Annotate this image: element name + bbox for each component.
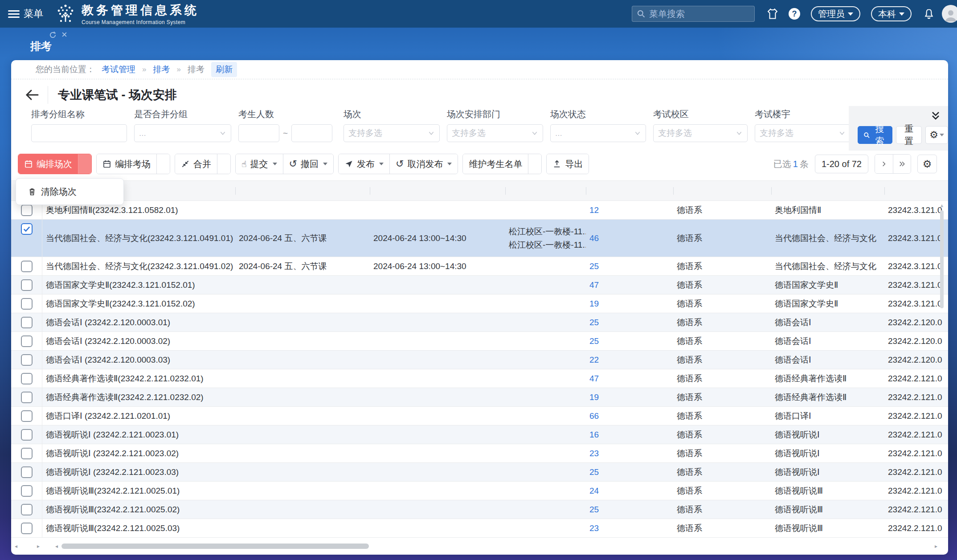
table-row-2[interactable]: 当代德国社会、经济与文化(23242.3.121.0491.01)2024-06… xyxy=(11,220,948,257)
breadcrumb-refresh-button[interactable]: 刷新 xyxy=(211,62,237,77)
row-checkbox[interactable] xyxy=(21,392,33,403)
filter-select[interactable]: 支持多选 xyxy=(653,124,748,142)
split-dropdown-button[interactable] xyxy=(528,154,541,174)
table-row-7[interactable]: 德语会话Ⅰ (23242.2.120.0003.02)25德语系德语会话Ⅰ232… xyxy=(11,332,948,351)
row-checkbox[interactable] xyxy=(21,354,33,366)
row-checkbox[interactable] xyxy=(21,429,33,441)
row-checkbox[interactable] xyxy=(21,448,33,459)
row-checkbox[interactable] xyxy=(21,279,33,291)
candidate-count-link[interactable]: 25 xyxy=(589,318,670,327)
tab-refresh-icon[interactable] xyxy=(49,31,57,39)
breadcrumb-link-exam-mgmt[interactable]: 考试管理 xyxy=(102,64,135,75)
hamburger-menu-icon[interactable] xyxy=(8,8,20,20)
candidate-count-link[interactable]: 25 xyxy=(589,262,670,271)
filter-select[interactable]: 支持多选 xyxy=(755,124,851,142)
tab-close-icon[interactable] xyxy=(61,31,68,39)
reset-button[interactable]: 重置 xyxy=(896,126,922,144)
table-row-4[interactable]: 德语国家文学史Ⅱ(23242.3.121.0152.01)47德语系德语国家文学… xyxy=(11,276,948,294)
filter-select[interactable]: ... xyxy=(550,124,646,142)
toolbar-button-2-0[interactable]: 合并 xyxy=(175,154,217,174)
filter-range-max-input[interactable] xyxy=(291,124,332,142)
candidate-count-link[interactable]: 23 xyxy=(589,523,670,533)
candidate-count-link[interactable]: 23 xyxy=(589,449,670,458)
filter-select[interactable]: ... xyxy=(134,124,231,142)
help-icon[interactable]: ? xyxy=(789,8,800,20)
next-page-button[interactable] xyxy=(875,155,893,173)
table-row-13[interactable]: 德语视听说Ⅰ (23242.2.121.0023.02)23德语系德语视听说Ⅰ2… xyxy=(11,444,948,463)
candidate-count-link[interactable]: 46 xyxy=(589,233,670,243)
toolbar-button-3-0[interactable]: ☝提交 xyxy=(236,154,283,174)
split-dropdown-button[interactable] xyxy=(156,154,170,174)
candidate-count-link[interactable]: 25 xyxy=(589,505,670,515)
candidate-count-link[interactable]: 16 xyxy=(589,430,670,440)
toolbar-button-4-1[interactable]: ↺取消发布 xyxy=(389,154,458,174)
notification-bell-icon[interactable] xyxy=(923,8,935,20)
candidate-count-link[interactable]: 25 xyxy=(589,336,670,346)
table-settings-button[interactable]: ⚙ xyxy=(917,155,937,173)
candidate-count-link[interactable]: 66 xyxy=(589,411,670,421)
row-checkbox[interactable] xyxy=(21,410,33,422)
theme-shirt-icon[interactable] xyxy=(766,8,779,20)
table-row-8[interactable]: 德语会话Ⅰ (23242.2.120.0003.03)22德语系德语会话Ⅰ232… xyxy=(11,351,948,369)
vertical-scrollbar-thumb[interactable] xyxy=(940,210,944,308)
table-row-11[interactable]: 德语口译Ⅰ (23242.2.121.0201.01)66德语系德语口译Ⅰ232… xyxy=(11,407,948,425)
table-row-3[interactable]: 当代德国社会、经济与文化(23242.3.121.0491.02)2024-06… xyxy=(11,257,948,276)
toolbar-button-6-0[interactable]: 导出 xyxy=(547,154,589,174)
table-row-1[interactable]: 奥地利国情Ⅱ(23242.3.121.0582.01)12德语系奥地利国情Ⅱ23… xyxy=(11,201,948,220)
collapse-filters-icon[interactable] xyxy=(930,110,941,121)
toolbar-button-3-1[interactable]: ↺撤回 xyxy=(283,154,333,174)
row-checkbox[interactable] xyxy=(21,223,33,235)
candidate-count-link[interactable]: 24 xyxy=(589,486,670,496)
table-row-10[interactable]: 德语经典著作选读Ⅱ(23242.2.121.0232.02)19德语系德语经典著… xyxy=(11,388,948,407)
frozen-column-scrollbar[interactable]: ◂▸ xyxy=(15,543,40,549)
row-checkbox[interactable] xyxy=(21,504,33,515)
candidate-count-link[interactable]: 47 xyxy=(589,280,670,290)
row-checkbox[interactable] xyxy=(21,298,33,310)
menu-item-clear-session[interactable]: 清除场次 xyxy=(16,181,123,202)
table-row-15[interactable]: 德语视听说Ⅲ(23242.2.121.0025.01)24德语系德语视听说Ⅲ23… xyxy=(11,482,948,500)
filter-select[interactable]: 支持多选 xyxy=(344,124,440,142)
candidate-count-link[interactable]: 12 xyxy=(589,205,670,215)
horizontal-scrollbar[interactable]: ◂ ▸ xyxy=(53,543,939,549)
table-row-14[interactable]: 德语视听说Ⅰ (23242.2.121.0023.03)25德语系德语视听说Ⅰ2… xyxy=(11,463,948,482)
menu-search-input[interactable]: 菜单搜索 xyxy=(632,6,755,22)
split-dropdown-button[interactable] xyxy=(217,154,230,174)
back-arrow-icon[interactable] xyxy=(25,88,40,102)
tab-paikao[interactable]: 排考 xyxy=(30,39,52,53)
vertical-scrollbar[interactable]: ▲ xyxy=(939,203,945,540)
role-selector[interactable]: 管理员 xyxy=(811,6,860,21)
search-button[interactable]: 搜索 xyxy=(858,126,892,144)
row-checkbox[interactable] xyxy=(21,261,33,272)
split-dropdown-button[interactable] xyxy=(78,154,91,174)
candidate-count-link[interactable]: 25 xyxy=(589,467,670,477)
candidate-count-link[interactable]: 19 xyxy=(589,299,670,309)
toolbar-button-5-0[interactable]: 维护考生名单 xyxy=(463,154,528,174)
row-checkbox[interactable] xyxy=(21,373,33,384)
toolbar-button-0-0[interactable]: 编排场次 xyxy=(18,154,78,174)
row-checkbox[interactable] xyxy=(21,485,33,497)
row-checkbox[interactable] xyxy=(21,204,33,216)
filter-input[interactable] xyxy=(31,124,127,142)
filter-settings-button[interactable]: ⚙ xyxy=(925,126,948,144)
row-checkbox[interactable] xyxy=(21,335,33,347)
pagination-range[interactable]: 1-20 of 72 xyxy=(815,155,868,173)
candidate-count-link[interactable]: 22 xyxy=(589,355,670,365)
user-avatar[interactable] xyxy=(942,5,957,23)
horizontal-scrollbar-thumb[interactable] xyxy=(61,544,369,549)
last-page-button[interactable] xyxy=(893,155,911,173)
toolbar-button-1-0[interactable]: 编排考场 xyxy=(97,154,156,174)
table-row-5[interactable]: 德语国家文学史Ⅱ(23242.3.121.0152.02)19德语系德语国家文学… xyxy=(11,294,948,313)
menu-label[interactable]: 菜单 xyxy=(24,7,43,20)
row-checkbox[interactable] xyxy=(21,523,33,534)
level-selector[interactable]: 本科 xyxy=(871,6,912,21)
filter-range-min-input[interactable] xyxy=(238,124,279,142)
table-row-12[interactable]: 德语视听说Ⅰ (23242.2.121.0023.01)16德语系德语视听说Ⅰ2… xyxy=(11,425,948,444)
candidate-count-link[interactable]: 19 xyxy=(589,392,670,402)
candidate-count-link[interactable]: 47 xyxy=(589,374,670,384)
row-checkbox[interactable] xyxy=(21,466,33,478)
filter-select[interactable]: 支持多选 xyxy=(447,124,543,142)
row-checkbox[interactable] xyxy=(21,317,33,328)
table-row-16[interactable]: 德语视听说Ⅲ(23242.2.121.0025.02)25德语系德语视听说Ⅲ23… xyxy=(11,500,948,519)
table-row-6[interactable]: 德语会话Ⅰ (23242.2.120.0003.01)25德语系德语会话Ⅰ232… xyxy=(11,313,948,332)
toolbar-button-4-0[interactable]: 发布 xyxy=(339,154,389,174)
